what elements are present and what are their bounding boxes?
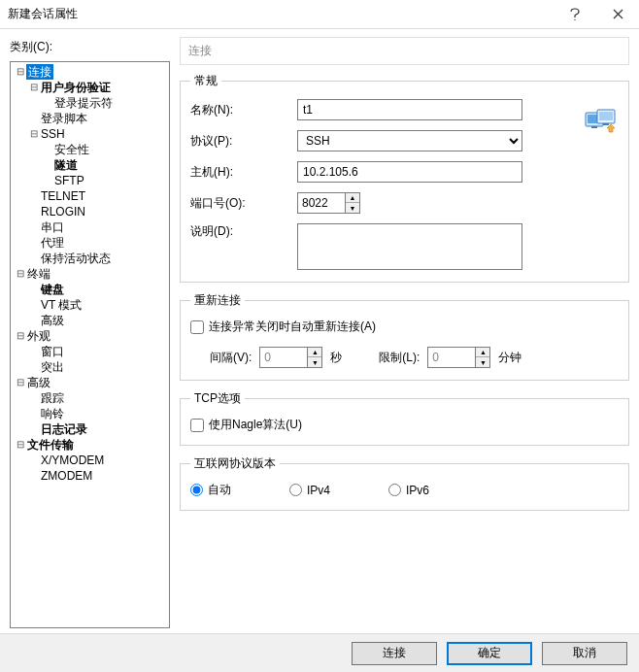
limit-spinner[interactable]: ▲ ▼ [427, 347, 490, 368]
tree-item-keepalive[interactable]: 保持活动状态 [11, 251, 169, 266]
port-down[interactable]: ▼ [346, 203, 359, 213]
tree-item-terminal[interactable]: ⊟ 终端 [11, 266, 169, 282]
collapse-icon[interactable]: ⊟ [15, 437, 26, 453]
reconnect-legend: 重新连接 [190, 292, 245, 309]
tree-label: 键盘 [40, 282, 65, 297]
tree-item-login-scripts[interactable]: 登录脚本 [11, 111, 169, 126]
tree-label: 用户身份验证 [40, 80, 112, 95]
interval-input[interactable] [259, 347, 308, 368]
limit-label: 限制(L): [379, 350, 420, 366]
tree-item-connection[interactable]: ⊟ 连接 [11, 64, 169, 80]
category-tree[interactable]: ⊟ 连接⊟ 用户身份验证 登录提示符 登录脚本⊟ SSH 安全性 隧道 SFTP… [10, 61, 170, 628]
ok-button[interactable]: 确定 [447, 642, 532, 665]
tree-item-security[interactable]: 安全性 [11, 142, 169, 157]
tree-label: X/YMODEM [40, 453, 105, 468]
protocol-select[interactable]: SSH [297, 130, 522, 151]
ipversion-legend: 互联网协议版本 [190, 455, 280, 472]
tree-item-bell[interactable]: 响铃 [11, 406, 169, 421]
panel-header: 连接 [180, 37, 629, 65]
tree-label: 保持活动状态 [40, 251, 112, 266]
interval-down[interactable]: ▼ [308, 357, 321, 367]
tree-label: 突出 [40, 359, 65, 375]
name-label: 名称(N): [190, 102, 297, 118]
tree-item-serial[interactable]: 串口 [11, 219, 169, 235]
tree-label: 连接 [26, 64, 53, 80]
tree-item-zmodem[interactable]: ZMODEM [11, 468, 169, 484]
tree-item-appearance[interactable]: ⊟ 外观 [11, 328, 169, 344]
tree-label: 高级 [26, 375, 51, 390]
connect-button[interactable]: 连接 [352, 642, 437, 665]
name-input[interactable] [297, 99, 522, 120]
tree-item-proxy[interactable]: 代理 [11, 235, 169, 251]
general-legend: 常规 [190, 73, 221, 89]
port-input[interactable] [297, 192, 346, 214]
help-button[interactable] [554, 0, 596, 29]
reconnect-checkbox[interactable] [190, 320, 204, 334]
limit-up[interactable]: ▲ [476, 348, 489, 357]
ipv4-radio[interactable]: IPv4 [289, 484, 330, 497]
svg-rect-4 [599, 112, 613, 120]
port-up[interactable]: ▲ [346, 193, 359, 203]
interval-spinner[interactable]: ▲ ▼ [259, 347, 322, 368]
tree-item-telnet[interactable]: TELNET [11, 188, 169, 204]
tcp-legend: TCP选项 [190, 390, 245, 407]
limit-unit: 分钟 [498, 350, 521, 366]
tree-item-highlight[interactable]: 突出 [11, 359, 169, 375]
interval-up[interactable]: ▲ [308, 348, 321, 357]
limit-input[interactable] [427, 347, 476, 368]
tree-item-sftp[interactable]: SFTP [11, 173, 169, 188]
tree-label: 隧道 [53, 157, 79, 173]
tree-item-trace[interactable]: 跟踪 [11, 390, 169, 406]
cancel-button[interactable]: 取消 [542, 642, 627, 665]
collapse-icon[interactable]: ⊟ [15, 266, 26, 282]
general-group: 常规 名称(N): 协议(P): SSH [180, 73, 629, 283]
tree-item-logging[interactable]: 日志记录 [11, 421, 169, 437]
tree-label: RLOGIN [40, 204, 86, 219]
collapse-icon[interactable]: ⊟ [15, 64, 26, 80]
collapse-icon[interactable]: ⊟ [28, 126, 40, 142]
close-button[interactable] [596, 0, 639, 29]
tree-item-keyboard[interactable]: 键盘 [11, 282, 169, 297]
nagle-checkbox[interactable] [190, 419, 204, 432]
tree-label: 登录脚本 [40, 111, 88, 126]
ip-auto-radio[interactable]: 自动 [190, 482, 231, 498]
title-bar: 新建会话属性 [0, 0, 639, 29]
tree-label: SSH [40, 126, 66, 142]
ipversion-group: 互联网协议版本 自动 IPv4 IPv6 [180, 455, 629, 511]
tree-item-ssh[interactable]: ⊟ SSH [11, 126, 169, 142]
tree-label: 串口 [40, 219, 65, 235]
limit-down[interactable]: ▼ [476, 357, 489, 367]
tree-label: ZMODEM [40, 468, 93, 484]
port-spinner[interactable]: ▲ ▼ [297, 192, 360, 214]
footer: 连接 确定 取消 [0, 633, 639, 672]
tree-item-advanced[interactable]: ⊟ 高级 [11, 375, 169, 390]
collapse-icon[interactable]: ⊟ [15, 375, 26, 390]
tcp-group: TCP选项 使用Nagle算法(U) [180, 390, 629, 446]
tree-item-xymodem[interactable]: X/YMODEM [11, 453, 169, 468]
nagle-label: 使用Nagle算法(U) [209, 417, 302, 433]
reconnect-checkbox-label: 连接异常关闭时自动重新连接(A) [209, 319, 376, 335]
desc-textarea[interactable] [297, 223, 522, 270]
interval-unit: 秒 [330, 350, 342, 366]
category-label: 类别(C): [10, 39, 170, 55]
host-input[interactable] [297, 161, 522, 183]
tree-label: 登录提示符 [53, 95, 114, 111]
tree-label: 响铃 [40, 406, 65, 421]
tree-label: VT 模式 [40, 297, 83, 313]
ipv6-radio[interactable]: IPv6 [388, 484, 429, 497]
collapse-icon[interactable]: ⊟ [28, 80, 40, 95]
collapse-icon[interactable]: ⊟ [15, 328, 26, 344]
tree-item-vt[interactable]: VT 模式 [11, 297, 169, 313]
tree-label: SFTP [53, 173, 85, 188]
tree-item-window[interactable]: 窗口 [11, 344, 169, 359]
tree-label: 安全性 [53, 142, 90, 157]
tree-item-auth[interactable]: ⊟ 用户身份验证 [11, 80, 169, 95]
tree-item-filetransfer[interactable]: ⊟ 文件传输 [11, 437, 169, 453]
tree-item-advanced-term[interactable]: 高级 [11, 313, 169, 328]
tree-item-login-prompt[interactable]: 登录提示符 [11, 95, 169, 111]
tree-item-rlogin[interactable]: RLOGIN [11, 204, 169, 219]
tree-item-tunneling[interactable]: 隧道 [11, 157, 169, 173]
tree-label: 窗口 [40, 344, 65, 359]
host-label: 主机(H): [190, 164, 297, 181]
interval-label: 间隔(V): [210, 350, 252, 366]
